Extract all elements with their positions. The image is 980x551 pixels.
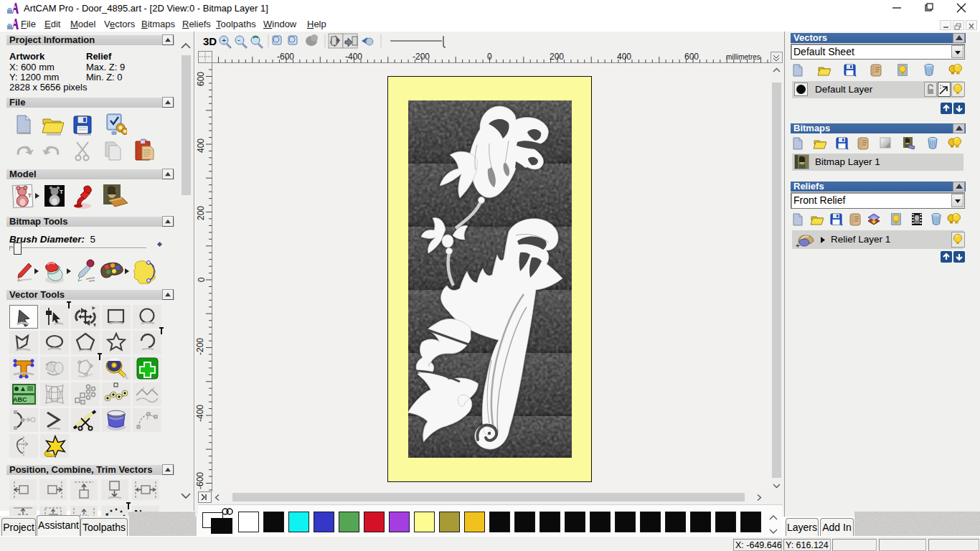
- svg-text:+: +: [222, 36, 226, 44]
- svg-text:3D: 3D: [203, 35, 217, 47]
- svg-text:+: +: [796, 242, 800, 249]
- svg-text:T: T: [60, 189, 63, 195]
- svg-text:ABC: ABC: [13, 396, 27, 403]
- svg-text:-: -: [237, 35, 240, 44]
- svg-text:T: T: [28, 192, 32, 199]
